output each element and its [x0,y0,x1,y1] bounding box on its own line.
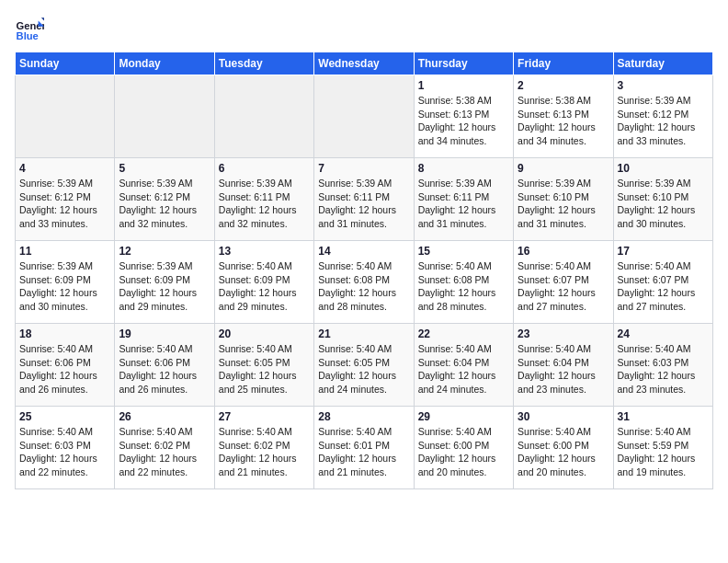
day-number: 26 [119,410,210,423]
day-number: 4 [19,162,110,175]
calendar-cell: 8Sunrise: 5:39 AM Sunset: 6:11 PM Daylig… [414,158,513,241]
day-info: Sunrise: 5:40 AM Sunset: 6:08 PM Dayligh… [318,259,409,314]
calendar-cell: 11Sunrise: 5:39 AM Sunset: 6:09 PM Dayli… [16,241,115,324]
day-info: Sunrise: 5:40 AM Sunset: 6:05 PM Dayligh… [318,342,409,396]
calendar-cell: 14Sunrise: 5:40 AM Sunset: 6:08 PM Dayli… [314,241,414,324]
day-number: 24 [618,327,709,340]
week-row-3: 11Sunrise: 5:39 AM Sunset: 6:09 PM Dayli… [16,241,713,324]
day-info: Sunrise: 5:39 AM Sunset: 6:09 PM Dayligh… [119,259,210,314]
day-number: 1 [418,79,509,92]
day-info: Sunrise: 5:40 AM Sunset: 6:08 PM Dayligh… [418,259,509,314]
day-info: Sunrise: 5:40 AM Sunset: 6:04 PM Dayligh… [418,342,509,396]
day-info: Sunrise: 5:40 AM Sunset: 6:07 PM Dayligh… [618,259,709,314]
calendar-cell: 21Sunrise: 5:40 AM Sunset: 6:05 PM Dayli… [314,324,414,407]
day-info: Sunrise: 5:40 AM Sunset: 6:09 PM Dayligh… [219,259,310,314]
calendar-cell: 15Sunrise: 5:40 AM Sunset: 6:08 PM Dayli… [414,241,513,324]
calendar-header-row: SundayMondayTuesdayWednesdayThursdayFrid… [16,52,713,75]
day-number: 14 [318,245,409,258]
day-number: 31 [618,410,709,423]
header: General Blue [15,15,713,44]
week-row-4: 18Sunrise: 5:40 AM Sunset: 6:06 PM Dayli… [16,324,713,407]
day-number: 21 [318,327,409,340]
day-header-tuesday: Tuesday [214,52,313,75]
day-header-wednesday: Wednesday [314,52,414,75]
day-info: Sunrise: 5:40 AM Sunset: 6:07 PM Dayligh… [518,259,609,314]
day-info: Sunrise: 5:40 AM Sunset: 6:01 PM Dayligh… [318,425,409,479]
calendar-cell: 19Sunrise: 5:40 AM Sunset: 6:06 PM Dayli… [115,324,214,407]
day-info: Sunrise: 5:39 AM Sunset: 6:12 PM Dayligh… [119,177,210,231]
svg-text:Blue: Blue [17,30,39,41]
calendar-cell: 9Sunrise: 5:39 AM Sunset: 6:10 PM Daylig… [514,158,613,241]
day-header-thursday: Thursday [414,52,513,75]
day-number: 6 [219,162,310,175]
calendar-cell: 1Sunrise: 5:38 AM Sunset: 6:13 PM Daylig… [414,75,513,158]
day-info: Sunrise: 5:39 AM Sunset: 6:11 PM Dayligh… [318,177,409,231]
day-number: 25 [19,410,110,423]
day-number: 3 [618,79,709,92]
day-number: 9 [518,162,609,175]
day-header-saturday: Saturday [613,52,712,75]
day-info: Sunrise: 5:38 AM Sunset: 6:13 PM Dayligh… [518,94,609,148]
day-info: Sunrise: 5:40 AM Sunset: 6:06 PM Dayligh… [119,342,210,396]
calendar-cell: 16Sunrise: 5:40 AM Sunset: 6:07 PM Dayli… [514,241,613,324]
day-number: 8 [418,162,509,175]
day-number: 10 [618,162,709,175]
day-info: Sunrise: 5:40 AM Sunset: 5:59 PM Dayligh… [618,425,709,479]
calendar-cell [16,75,115,158]
calendar-table: SundayMondayTuesdayWednesdayThursdayFrid… [15,52,713,489]
day-info: Sunrise: 5:39 AM Sunset: 6:09 PM Dayligh… [19,259,110,314]
day-number: 30 [518,410,609,423]
day-number: 11 [19,245,110,258]
calendar-cell: 20Sunrise: 5:40 AM Sunset: 6:05 PM Dayli… [214,324,313,407]
calendar-cell: 29Sunrise: 5:40 AM Sunset: 6:00 PM Dayli… [414,407,513,489]
day-info: Sunrise: 5:39 AM Sunset: 6:10 PM Dayligh… [518,177,609,231]
calendar-cell: 28Sunrise: 5:40 AM Sunset: 6:01 PM Dayli… [314,407,414,489]
day-number: 20 [219,327,310,340]
week-row-2: 4Sunrise: 5:39 AM Sunset: 6:12 PM Daylig… [16,158,713,241]
calendar-cell: 5Sunrise: 5:39 AM Sunset: 6:12 PM Daylig… [115,158,214,241]
logo-icon: General Blue [15,15,44,44]
day-info: Sunrise: 5:40 AM Sunset: 6:03 PM Dayligh… [618,342,709,396]
day-number: 2 [518,79,609,92]
week-row-5: 25Sunrise: 5:40 AM Sunset: 6:03 PM Dayli… [16,407,713,489]
day-number: 22 [418,327,509,340]
day-info: Sunrise: 5:40 AM Sunset: 6:00 PM Dayligh… [518,425,609,479]
day-number: 28 [318,410,409,423]
calendar-cell: 27Sunrise: 5:40 AM Sunset: 6:02 PM Dayli… [214,407,313,489]
calendar-cell: 18Sunrise: 5:40 AM Sunset: 6:06 PM Dayli… [16,324,115,407]
day-info: Sunrise: 5:40 AM Sunset: 6:02 PM Dayligh… [119,425,210,479]
calendar-cell: 22Sunrise: 5:40 AM Sunset: 6:04 PM Dayli… [414,324,513,407]
calendar-cell: 3Sunrise: 5:39 AM Sunset: 6:12 PM Daylig… [613,75,712,158]
day-info: Sunrise: 5:40 AM Sunset: 6:06 PM Dayligh… [19,342,110,396]
calendar-cell: 7Sunrise: 5:39 AM Sunset: 6:11 PM Daylig… [314,158,414,241]
day-info: Sunrise: 5:40 AM Sunset: 6:00 PM Dayligh… [418,425,509,479]
calendar-cell: 25Sunrise: 5:40 AM Sunset: 6:03 PM Dayli… [16,407,115,489]
calendar-cell: 13Sunrise: 5:40 AM Sunset: 6:09 PM Dayli… [214,241,313,324]
calendar-cell: 17Sunrise: 5:40 AM Sunset: 6:07 PM Dayli… [613,241,712,324]
calendar-cell [314,75,414,158]
day-number: 27 [219,410,310,423]
day-number: 19 [119,327,210,340]
calendar-cell: 2Sunrise: 5:38 AM Sunset: 6:13 PM Daylig… [514,75,613,158]
day-info: Sunrise: 5:39 AM Sunset: 6:11 PM Dayligh… [418,177,509,231]
day-header-monday: Monday [115,52,214,75]
calendar-cell: 12Sunrise: 5:39 AM Sunset: 6:09 PM Dayli… [115,241,214,324]
day-number: 18 [19,327,110,340]
day-header-friday: Friday [514,52,613,75]
day-info: Sunrise: 5:39 AM Sunset: 6:10 PM Dayligh… [618,177,709,231]
day-number: 13 [219,245,310,258]
calendar-cell: 30Sunrise: 5:40 AM Sunset: 6:00 PM Dayli… [514,407,613,489]
day-number: 16 [518,245,609,258]
day-number: 29 [418,410,509,423]
day-number: 5 [119,162,210,175]
day-number: 12 [119,245,210,258]
day-info: Sunrise: 5:38 AM Sunset: 6:13 PM Dayligh… [418,94,509,148]
calendar-cell: 26Sunrise: 5:40 AM Sunset: 6:02 PM Dayli… [115,407,214,489]
week-row-1: 1Sunrise: 5:38 AM Sunset: 6:13 PM Daylig… [16,75,713,158]
calendar-cell: 4Sunrise: 5:39 AM Sunset: 6:12 PM Daylig… [16,158,115,241]
calendar-cell [214,75,313,158]
day-info: Sunrise: 5:39 AM Sunset: 6:12 PM Dayligh… [618,94,709,148]
calendar-cell: 23Sunrise: 5:40 AM Sunset: 6:04 PM Dayli… [514,324,613,407]
day-number: 23 [518,327,609,340]
day-info: Sunrise: 5:40 AM Sunset: 6:05 PM Dayligh… [219,342,310,396]
